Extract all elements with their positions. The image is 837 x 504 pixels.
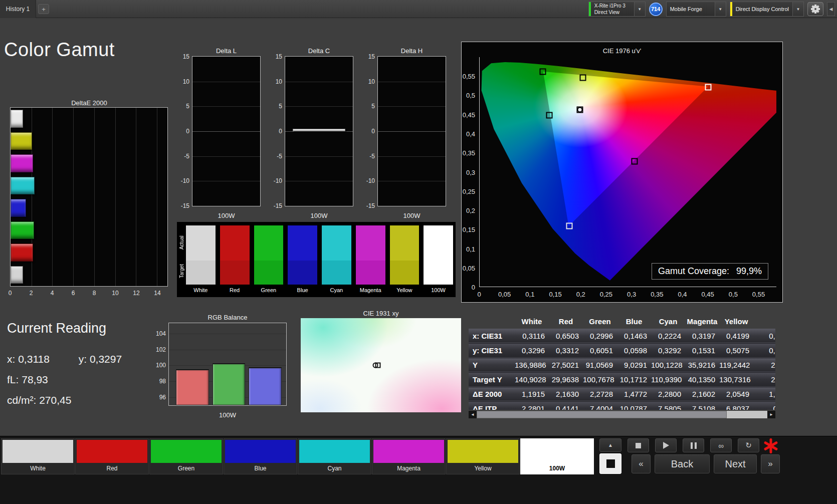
results-value: 91,0569 <box>583 358 617 372</box>
results-value: 0,3197 <box>685 329 719 343</box>
meter-selector[interactable]: X-Rite i1Pro 3 Direct View ▼ <box>588 2 646 17</box>
delta-gridline <box>378 131 446 132</box>
pattern-up-button[interactable]: ▲ <box>599 438 621 452</box>
cie1976-ytick-label: 0,45 <box>463 111 475 118</box>
results-value: 1,1915 <box>515 387 549 401</box>
swatch-target <box>424 261 453 285</box>
pattern-label: Blue <box>224 465 297 472</box>
results-value: 0,6051 <box>583 343 617 358</box>
pattern-button-cyan[interactable]: Cyan <box>298 438 371 474</box>
next-button[interactable]: Next <box>714 454 757 473</box>
results-value: 0,3296 <box>515 343 549 358</box>
cie-marker-cyan <box>546 112 552 118</box>
results-col-header-green: Green <box>583 314 617 329</box>
settings-button[interactable] <box>807 2 823 16</box>
delta-ytick-label: 0 <box>279 128 282 135</box>
meter-count-badge: 714 <box>649 3 663 16</box>
results-row: y: CIE310,32960,33120,60510,05980,32920,… <box>469 343 775 358</box>
results-value-partial: 27 <box>753 372 775 387</box>
cie1976-xtick-label: 0,1 <box>525 291 534 298</box>
pattern-window-button[interactable] <box>599 453 621 474</box>
pattern-button-100w[interactable]: 100W <box>520 438 594 474</box>
cie1976-plot: Gamut Coverage:99,9% <box>479 57 776 287</box>
play-button[interactable] <box>655 438 677 452</box>
pattern-swatch <box>3 440 73 463</box>
swatch-column-green: Green <box>254 225 284 296</box>
topbar-controls: X-Rite i1Pro 3 Direct View ▼ 714 Mobile … <box>588 1 835 17</box>
results-table-body: x: CIE310,31160,65030,29960,14630,22240,… <box>469 329 775 410</box>
add-tab-button[interactable]: + <box>38 4 49 14</box>
pattern-button-yellow[interactable]: Yellow <box>446 438 520 474</box>
next-chevron-button[interactable]: » <box>761 454 780 473</box>
pattern-button-blue[interactable]: Blue <box>224 438 297 474</box>
scroll-right-button[interactable]: ► <box>767 411 775 418</box>
workflow-selector[interactable]: Mobile Forge ▼ <box>666 2 726 17</box>
rgb-ytick-label: 100 <box>156 362 166 369</box>
deltae-bar-row <box>11 152 167 175</box>
results-value: 0,1531 <box>685 343 719 358</box>
reading-cdm2: cd/m²: 270,45 <box>7 394 122 406</box>
delta-ytick-label: 15 <box>183 53 189 60</box>
scrollbar-track[interactable] <box>477 411 767 418</box>
cie1976-ytick-label: 0,25 <box>463 187 475 195</box>
rgb-ytick-label: 102 <box>156 346 166 353</box>
deltae-xtick-label: 14 <box>154 290 160 297</box>
swatch-label: Yellow <box>390 285 420 296</box>
pattern-button-magenta[interactable]: Magenta <box>372 438 446 474</box>
display-control-selector[interactable]: Direct Display Control ▼ <box>730 2 804 17</box>
rgb-bar-green <box>213 363 246 405</box>
cie1976-xtick-label: 0 <box>477 291 481 298</box>
swatch-actual <box>322 225 351 261</box>
swatch-column-white: White <box>186 225 216 296</box>
delta-ytick-label: -5 <box>369 153 375 160</box>
results-value: 0,0598 <box>617 343 651 358</box>
results-value: 2,2728 <box>583 387 617 401</box>
results-value: 0,4141 <box>549 401 583 410</box>
transport-controls: ∞ ↻ <box>627 438 759 452</box>
cie-marker-white <box>576 106 583 113</box>
deltae-bar-row <box>11 241 167 264</box>
pattern-button-red[interactable]: Red <box>75 438 149 474</box>
stop-button[interactable] <box>627 438 649 452</box>
rgb-ytick-label: 98 <box>159 378 166 385</box>
history-tab[interactable]: History 1 <box>0 0 36 18</box>
delta-ytick-label: -15 <box>274 202 282 209</box>
collapse-panel-button[interactable]: ◀ <box>827 2 835 16</box>
results-col-header-partial <box>753 314 775 329</box>
results-value: 27,5021 <box>549 358 583 372</box>
meter-name: X-Rite i1Pro 3 <box>594 3 631 9</box>
swatch-column-cyan: Cyan <box>322 225 351 296</box>
swatch-column-100w: 100W <box>424 225 453 296</box>
display-dropdown-icon[interactable]: ▼ <box>792 2 803 16</box>
swatch-target <box>254 261 284 285</box>
delta-gridline <box>285 131 353 132</box>
swatch-column-red: Red <box>220 225 250 296</box>
swatch-target <box>390 261 420 285</box>
results-col-header-blue: Blue <box>617 314 651 329</box>
back-chevron-button[interactable]: « <box>632 454 651 473</box>
deltae-chart: DeltaE 2000 02468101214 <box>9 99 169 302</box>
meter-dropdown-icon[interactable]: ▼ <box>634 2 645 16</box>
results-value: 0,6503 <box>549 329 583 343</box>
scrollbar-thumb[interactable] <box>477 411 727 418</box>
delta-chart-xlabel: 100W <box>285 212 353 219</box>
rgb-ytick-label: 96 <box>159 394 166 401</box>
delta-ytick-label: 5 <box>186 103 189 110</box>
pattern-button-white[interactable]: White <box>1 438 75 474</box>
gamut-coverage: Gamut Coverage:99,9% <box>652 263 768 280</box>
continuous-read-button[interactable]: ∞ <box>710 438 732 452</box>
refresh-button[interactable]: ↻ <box>738 438 759 452</box>
rgb-balance-plot: 1041021009896 <box>168 323 287 406</box>
delta-ytick-label: 10 <box>276 78 282 85</box>
alert-asterisk-icon[interactable] <box>762 437 779 454</box>
scroll-left-button[interactable]: ◄ <box>469 411 477 418</box>
gear-icon <box>811 5 820 14</box>
back-button[interactable]: Back <box>655 454 710 473</box>
workflow-dropdown-icon[interactable]: ▼ <box>715 2 726 16</box>
pause-button[interactable] <box>683 438 704 452</box>
gamut-coverage-value: 99,9% <box>736 266 762 276</box>
deltae-bar-cyan <box>11 177 35 195</box>
table-scrollbar[interactable]: ◄ ► <box>469 411 775 418</box>
pattern-button-green[interactable]: Green <box>149 438 223 474</box>
results-table: WhiteRedGreenBlueCyanMagentaYellowx: CIE… <box>469 314 775 410</box>
